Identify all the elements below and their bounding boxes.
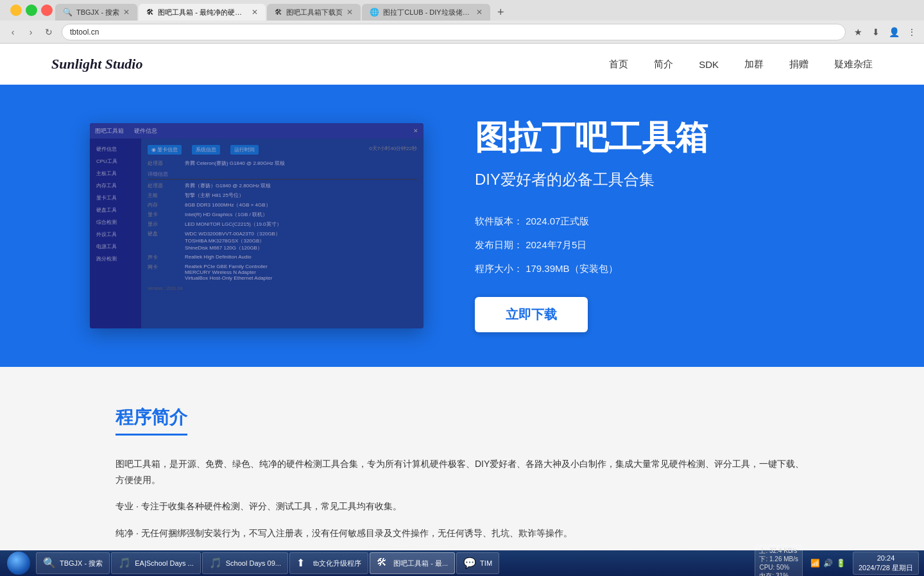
browser-tab-tab2[interactable]: 🛠图吧工具箱 - 最纯净的硬件工具✕ xyxy=(139,4,266,21)
ss-detail-mb: 主板 智擎（主析 H81 25号位） xyxy=(148,192,417,199)
hero-subtitle: DIY爱好者的必备工具合集 xyxy=(475,169,834,190)
menu-icon[interactable]: ⋮ xyxy=(905,25,919,39)
website-content: Sunlight Studio 首页简介SDK加群捐赠疑难杂症 图吧工具箱 硬件… xyxy=(0,44,924,576)
start-orb xyxy=(7,552,30,575)
browser-tabs: 🔍TBGJX - 搜索✕🛠图吧工具箱 - 最纯净的硬件工具✕🛠图吧工具箱下载页✕… xyxy=(55,0,919,21)
toolbar-icons: ★ ⬇ 👤 ⋮ xyxy=(851,25,919,39)
ss-sidebar: 硬件信息 CPU工具 主板工具 内存工具 显卡工具 硬盘工具 综合检测 外设工具… xyxy=(90,139,141,328)
taskbar-items: 🔍TBGJX - 搜索🎵EA|School Days ...🎵School Da… xyxy=(36,552,753,574)
ss-section-title: 详细信息 xyxy=(148,171,417,180)
taskbar-item-label: TIM xyxy=(480,559,492,567)
taskbar-item[interactable]: 🛠图吧工具箱 - 最... xyxy=(370,552,455,574)
ss-detail-cpu: 处理器 奔腾（赛扬）G1840 @ 2.80GHz 双核 xyxy=(148,182,417,189)
nav-link-加群[interactable]: 加群 xyxy=(744,58,764,71)
browser-tab-tab4[interactable]: 🌐图拉丁CLUB - DIY垃圾佬的网站✕ xyxy=(362,4,490,21)
url-bar[interactable]: tbtool.cn xyxy=(62,24,846,40)
ss-processor-row: 处理器 奔腾 Celeron(赛扬) G1840 @ 2.80GHz 双核 xyxy=(148,160,417,167)
tab-close-icon[interactable]: ✕ xyxy=(123,8,130,17)
site-nav-links: 首页简介SDK加群捐赠疑难杂症 xyxy=(609,58,873,71)
taskbar: 🔍TBGJX - 搜索🎵EA|School Days ...🎵School Da… xyxy=(0,550,924,576)
network-down: 下: 1.26 MB/s xyxy=(759,555,798,563)
taskbar-item[interactable]: 🎵EA|School Days ... xyxy=(111,552,201,574)
taskbar-item-icon: ⬆ xyxy=(296,557,309,570)
ss-tabs: ◉ 显卡信息 系统信息 运行时间 0天7小时40分钟22秒 xyxy=(148,145,417,155)
ss-sidebar-item: 显卡工具 xyxy=(94,192,137,203)
hero-content: 图拉丁吧工具箱 DIY爱好者的必备工具合集 软件版本： 2024.07正式版 发… xyxy=(475,119,834,332)
ss-tab-system: 系统信息 xyxy=(192,145,220,155)
tray-icons: 📶 🔊 🔋 xyxy=(805,557,850,569)
taskbar-item[interactable]: 🎵School Days 09... xyxy=(202,552,288,574)
ss-sidebar-item: 主板工具 xyxy=(94,168,137,179)
ss-close: ✕ xyxy=(413,128,418,134)
bookmark-icon[interactable]: ★ xyxy=(851,25,865,39)
taskbar-item[interactable]: 🔍TBGJX - 搜索 xyxy=(36,552,110,574)
ss-version: Version : 2021.04 xyxy=(148,286,417,291)
new-tab-button[interactable]: + xyxy=(492,4,509,21)
browser-tab-tab1[interactable]: 🔍TBGJX - 搜索✕ xyxy=(55,4,137,21)
refresh-button[interactable]: ↻ xyxy=(41,24,56,40)
taskbar-item[interactable]: 💬TIM xyxy=(456,552,499,574)
tray-icon-network[interactable]: 📶 xyxy=(809,557,821,569)
tray-icon-volume[interactable]: 🔊 xyxy=(822,557,834,569)
browser-tab-tab3[interactable]: 🛠图吧工具箱下载页✕ xyxy=(267,4,361,21)
browser-frame: 🔍TBGJX - 搜索✕🛠图吧工具箱 - 最纯净的硬件工具✕🛠图吧工具箱下载页✕… xyxy=(0,0,924,576)
hero-date: 发布日期： 2024年7月5日 xyxy=(475,234,834,255)
site-logo: Sunlight Studio xyxy=(51,56,142,72)
ss-detail-net: 网卡 Realtek PCIe GBE Family ControllerMER… xyxy=(148,264,417,281)
taskbar-right: 上: 32.4 KB/s 下: 1.26 MB/s CPU: 50% 内存: 3… xyxy=(755,545,921,576)
taskbar-item-icon: 🛠 xyxy=(377,557,389,570)
hero-size: 程序大小： 179.39MB（安装包） xyxy=(475,258,834,279)
taskbar-item-icon: 🎵 xyxy=(118,557,131,570)
back-button[interactable]: ‹ xyxy=(5,24,21,40)
hero-screenshot: 图吧工具箱 硬件信息 ✕ 硬件信息 CPU工具 主板工具 内存工具 显卡工具 硬… xyxy=(90,123,424,328)
forward-button[interactable]: › xyxy=(23,24,38,40)
hero-section: 图吧工具箱 硬件信息 ✕ 硬件信息 CPU工具 主板工具 内存工具 显卡工具 硬… xyxy=(0,85,924,367)
ss-hardware-info: 硬件信息 xyxy=(134,127,157,135)
taskbar-item-label: EA|School Days ... xyxy=(135,559,194,567)
ss-detail-hdd: 硬盘 WDC WD3200BVVT-00A23T0（320GB）TOSHIBA … xyxy=(148,230,417,251)
taskbar-item-icon: 🔍 xyxy=(43,557,56,570)
nav-link-简介[interactable]: 简介 xyxy=(654,58,673,71)
nav-link-首页[interactable]: 首页 xyxy=(609,58,628,71)
ss-body: 硬件信息 CPU工具 主板工具 内存工具 显卡工具 硬盘工具 综合检测 外设工具… xyxy=(90,139,424,328)
network-mem: 内存: 31% xyxy=(759,572,798,576)
close-button[interactable] xyxy=(41,4,53,16)
nav-link-疑难杂症[interactable]: 疑难杂症 xyxy=(834,58,873,71)
taskbar-item[interactable]: ⬆tb文化升级程序 xyxy=(289,552,368,574)
minimize-button[interactable] xyxy=(10,4,22,16)
content-paragraph: 专业 · 专注于收集各种硬件检测、评分、测试工具，常见工具均有收集。 xyxy=(116,498,809,514)
taskbar-item-label: 图吧工具箱 - 最... xyxy=(393,559,448,568)
tab-close-icon[interactable]: ✕ xyxy=(476,8,483,17)
download-icon[interactable]: ⬇ xyxy=(869,25,883,39)
ss-detail-gpu: 显卡 Intel(R) HD Graphics（1GB / 联机） xyxy=(148,211,417,218)
nav-link-SDK[interactable]: SDK xyxy=(699,59,719,70)
url-text: tbtool.cn xyxy=(70,28,99,37)
nav-link-捐赠[interactable]: 捐赠 xyxy=(789,58,809,71)
window-controls xyxy=(10,4,53,16)
title-bar: 🔍TBGJX - 搜索✕🛠图吧工具箱 - 最纯净的硬件工具✕🛠图吧工具箱下载页✕… xyxy=(0,0,924,21)
clock-time: 20:24 xyxy=(859,554,913,563)
ss-sidebar-item: 电源工具 xyxy=(94,241,137,252)
content-paragraph: 纯净 · 无任何捆绑强制安装行为，不写入注册表，没有任何敏感目录及文件操作，无任… xyxy=(116,525,809,541)
ss-sidebar-item: 综合检测 xyxy=(94,217,137,228)
maximize-button[interactable] xyxy=(26,4,37,16)
tab-close-icon[interactable]: ✕ xyxy=(346,8,353,17)
ss-tab-runtime: 运行时间 xyxy=(230,145,259,155)
clock[interactable]: 20:24 2024/7/28 星期日 xyxy=(853,552,919,575)
ss-sidebar-item: 硬盘工具 xyxy=(94,205,137,216)
clock-date: 2024/7/28 星期日 xyxy=(859,563,913,573)
taskbar-item-label: TBGJX - 搜索 xyxy=(60,559,103,568)
download-button[interactable]: 立即下载 xyxy=(475,297,588,332)
tray-icon-battery[interactable]: 🔋 xyxy=(835,557,846,569)
network-up: 上: 32.4 KB/s xyxy=(759,546,798,555)
ss-sidebar-item: 硬件信息 xyxy=(94,144,137,155)
ss-header: 图吧工具箱 硬件信息 ✕ xyxy=(90,123,424,139)
tab-close-icon[interactable]: ✕ xyxy=(252,8,258,17)
hero-meta: 软件版本： 2024.07正式版 发布日期： 2024年7月5日 程序大小： 1… xyxy=(475,210,834,279)
network-cpu: CPU: 50% xyxy=(759,563,798,572)
profile-icon[interactable]: 👤 xyxy=(887,25,901,39)
taskbar-item-label: School Days 09... xyxy=(226,559,281,567)
start-button[interactable] xyxy=(3,551,35,575)
ss-sidebar-item: 跑分检测 xyxy=(94,253,137,264)
content-paragraph: 图吧工具箱，是开源、免费、绿色、纯净的硬件检测工具合集，专为所有计算机硬件极客、… xyxy=(116,456,809,488)
